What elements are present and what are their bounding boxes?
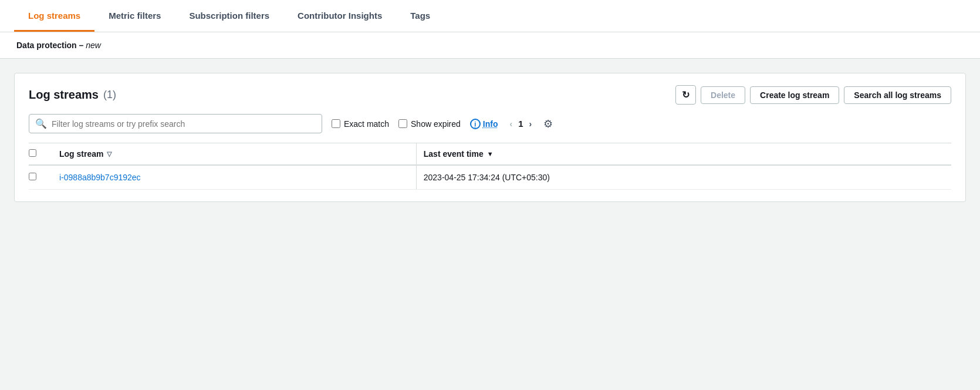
card-title: Log streams (1)	[29, 88, 116, 102]
prev-page-button[interactable]: ‹	[508, 118, 515, 130]
log-streams-table: Log stream ▽ Last event time ▼	[29, 143, 951, 190]
card-header: Log streams (1) ↻ Delete Create log stre…	[29, 85, 951, 105]
select-all-col	[29, 143, 52, 166]
content-area: Log streams (1) ↻ Delete Create log stre…	[0, 59, 980, 216]
last-event-time-col-label: Last event time	[424, 149, 484, 159]
log-stream-sort-icon[interactable]: ▽	[107, 150, 111, 158]
table-row: i-0988a8b9b7c9192ec 2023-04-25 17:34:24 …	[29, 165, 951, 190]
tab-metric-filters[interactable]: Metric filters	[94, 0, 175, 32]
card-count: (1)	[103, 89, 116, 101]
settings-icon[interactable]: ⚙	[543, 117, 553, 130]
show-expired-checkbox[interactable]	[398, 119, 407, 128]
header-actions: ↻ Delete Create log stream Search all lo…	[675, 85, 951, 105]
tab-subscription-filters[interactable]: Subscription filters	[175, 0, 283, 32]
stream-name-link[interactable]: i-0988a8b9b7c9192ec	[59, 173, 141, 182]
info-link[interactable]: i Info	[470, 119, 498, 129]
stream-name-cell: i-0988a8b9b7c9192ec	[52, 165, 416, 190]
pagination: ‹ 1 ›	[508, 118, 535, 130]
filter-input[interactable]	[52, 119, 316, 129]
table-body: i-0988a8b9b7c9192ec 2023-04-25 17:34:24 …	[29, 165, 951, 190]
data-protection-text: Data protection –	[16, 41, 83, 50]
filter-row: 🔍 Exact match Show expired i Info ‹	[29, 114, 951, 133]
info-icon: i	[470, 119, 481, 129]
data-protection-bar: Data protection – new	[0, 32, 980, 59]
search-box[interactable]: 🔍	[29, 114, 322, 133]
search-all-log-streams-button[interactable]: Search all log streams	[844, 86, 951, 104]
create-log-stream-button[interactable]: Create log stream	[750, 86, 839, 104]
select-all-checkbox[interactable]	[29, 149, 36, 157]
exact-match-text: Exact match	[344, 119, 389, 129]
row-checkbox-cell	[29, 165, 52, 190]
last-event-time-col-header: Last event time ▼	[416, 143, 951, 166]
page-number: 1	[518, 119, 523, 129]
delete-button[interactable]: Delete	[701, 86, 745, 104]
next-page-button[interactable]: ›	[527, 118, 535, 130]
table-header-row: Log stream ▽ Last event time ▼	[29, 143, 951, 166]
exact-match-checkbox[interactable]	[332, 119, 340, 128]
exact-match-label[interactable]: Exact match	[332, 119, 389, 129]
info-label: Info	[483, 119, 498, 129]
row-checkbox[interactable]	[29, 173, 36, 180]
data-protection-new-label: new	[83, 41, 101, 50]
card-title-text: Log streams	[29, 88, 99, 102]
refresh-button[interactable]: ↻	[675, 85, 696, 105]
filter-options: Exact match Show expired i Info ‹ 1 › ⚙	[332, 117, 951, 130]
log-streams-card: Log streams (1) ↻ Delete Create log stre…	[14, 73, 966, 202]
refresh-icon: ↻	[682, 89, 690, 100]
show-expired-text: Show expired	[411, 119, 461, 129]
show-expired-label[interactable]: Show expired	[398, 119, 461, 129]
log-stream-col-label: Log stream	[59, 149, 103, 159]
tab-log-streams[interactable]: Log streams	[14, 0, 94, 32]
log-stream-col-header: Log stream ▽	[52, 143, 416, 166]
tabs-bar: Log streams Metric filters Subscription …	[0, 0, 980, 32]
last-event-time-cell: 2023-04-25 17:34:24 (UTC+05:30)	[416, 165, 951, 190]
tab-contributor-insights[interactable]: Contributor Insights	[283, 0, 396, 32]
last-event-sort-icon[interactable]: ▼	[487, 150, 494, 157]
search-icon: 🔍	[35, 118, 47, 129]
tab-tags[interactable]: Tags	[396, 0, 444, 32]
